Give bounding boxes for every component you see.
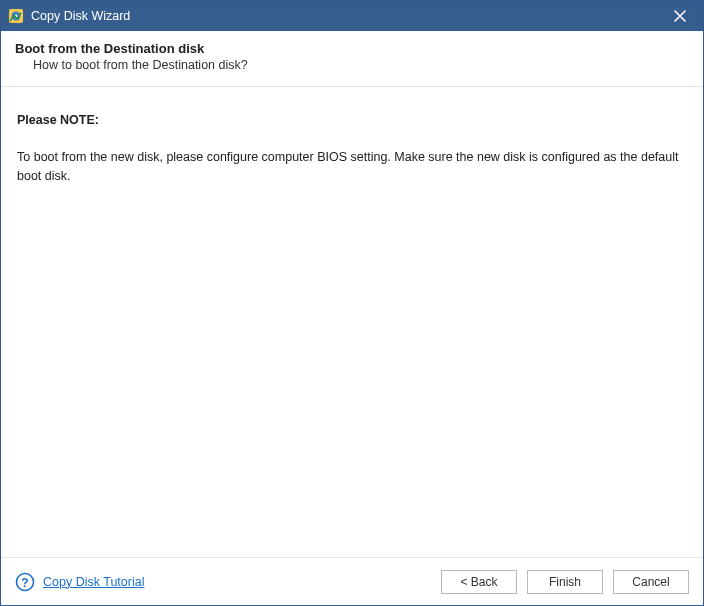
svg-text:?: ? [21, 575, 28, 589]
footer: ? Copy Disk Tutorial < Back Finish Cance… [1, 557, 703, 605]
wizard-window: Copy Disk Wizard Boot from the Destinati… [0, 0, 704, 606]
footer-left: ? Copy Disk Tutorial [15, 572, 431, 592]
note-body: To boot from the new disk, please config… [17, 148, 687, 186]
close-button[interactable] [663, 2, 697, 30]
page-title: Boot from the Destination disk [15, 41, 689, 56]
back-button[interactable]: < Back [441, 570, 517, 594]
app-icon [7, 7, 25, 25]
content-area: Please NOTE: To boot from the new disk, … [1, 87, 703, 557]
header-panel: Boot from the Destination disk How to bo… [1, 31, 703, 87]
cancel-button[interactable]: Cancel [613, 570, 689, 594]
note-label: Please NOTE: [17, 111, 687, 130]
page-subtitle: How to boot from the Destination disk? [33, 58, 689, 72]
window-title: Copy Disk Wizard [31, 9, 663, 23]
tutorial-link[interactable]: Copy Disk Tutorial [43, 575, 144, 589]
help-icon: ? [15, 572, 35, 592]
finish-button[interactable]: Finish [527, 570, 603, 594]
titlebar: Copy Disk Wizard [1, 1, 703, 31]
